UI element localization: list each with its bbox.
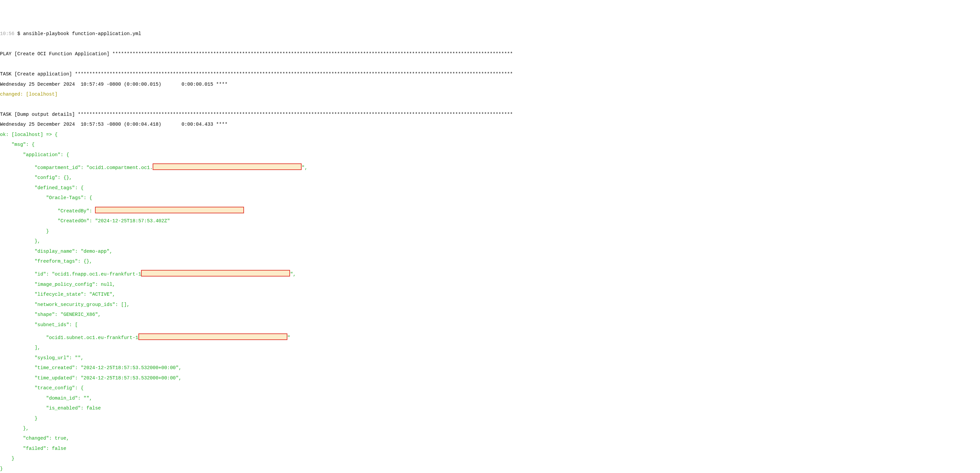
- terminal-output: 10:56 $ ansible-playbook function-applic…: [0, 25, 980, 473]
- task-create-application: TASK [Create application] **************…: [0, 72, 980, 77]
- defined-tags-close: },: [0, 239, 980, 244]
- shape-line: "shape": "GENERIC_X86",: [0, 312, 980, 317]
- syslog-url-line: "syslog_url": "",: [0, 356, 980, 360]
- redacted-subnet-id: [138, 333, 287, 340]
- redacted-app-id: [141, 270, 290, 276]
- changed-line: "changed": true,: [0, 436, 980, 441]
- msg-open: "msg": {: [0, 142, 980, 147]
- subnet-id-line: "ocid1.subnet.oc1.eu-frankfurt-1": [0, 332, 980, 340]
- created-on-line: "CreatedOn": "2024-12-25T18:57:53.402Z": [0, 219, 980, 224]
- play-header: PLAY [Create OCI Function Application] *…: [0, 52, 980, 57]
- prompt-dollar: $: [17, 31, 20, 37]
- task-dump-output: TASK [Dump output details] *************…: [0, 112, 980, 117]
- application-open: "application": {: [0, 152, 980, 157]
- task2-timestamp: Wednesday 25 December 2024 10:57:53 -080…: [0, 122, 980, 127]
- image-policy-line: "image_policy_config": null,: [0, 282, 980, 287]
- redacted-created-by: [95, 207, 244, 213]
- compartment-id-line: "compartment_id": "ocid1.compartment.oc1…: [0, 162, 980, 170]
- oracle-tags-open: "Oracle-Tags": {: [0, 195, 980, 200]
- config-line: "config": {},: [0, 175, 980, 180]
- created-by-line: "CreatedBy":: [0, 206, 980, 214]
- task1-timestamp: Wednesday 25 December 2024 10:57:49 -080…: [0, 82, 980, 87]
- trace-config-close: }: [0, 416, 980, 421]
- outer-close: }: [0, 467, 980, 471]
- trace-config-open: "trace_config": {: [0, 386, 980, 390]
- subnet-ids-close: ],: [0, 345, 980, 350]
- task2-status: ok: [localhost] => {: [0, 132, 980, 137]
- application-close: },: [0, 426, 980, 431]
- time-updated-line: "time_updated": "2024-12-25T18:57:53.532…: [0, 376, 980, 381]
- prompt-command: ansible-playbook function-application.ym…: [23, 31, 142, 37]
- task1-status: changed: [localhost]: [0, 92, 980, 97]
- nsg-ids-line: "network_security_group_ids": [],: [0, 302, 980, 307]
- prompt-line: 10:56 $ ansible-playbook function-applic…: [0, 32, 980, 37]
- oracle-tags-close: }: [0, 229, 980, 234]
- domain-id-line: "domain_id": "",: [0, 396, 980, 401]
- defined-tags-open: "defined_tags": {: [0, 186, 980, 190]
- is-enabled-line: "is_enabled": false: [0, 406, 980, 411]
- subnet-ids-open: "subnet_ids": [: [0, 322, 980, 327]
- prompt-time: 10:56: [0, 31, 14, 37]
- freeform-tags-line: "freeform_tags": {},: [0, 259, 980, 264]
- id-line: "id": "ocid1.fnapp.oc1.eu-frankfurt-1",: [0, 269, 980, 277]
- lifecycle-state-line: "lifecycle_state": "ACTIVE",: [0, 292, 980, 297]
- failed-line: "failed": false: [0, 446, 980, 451]
- display-name-line: "display_name": "demo-app",: [0, 249, 980, 254]
- redacted-compartment-id: [153, 163, 302, 170]
- time-created-line: "time_created": "2024-12-25T18:57:53.532…: [0, 365, 980, 370]
- msg-close: }: [0, 456, 980, 461]
